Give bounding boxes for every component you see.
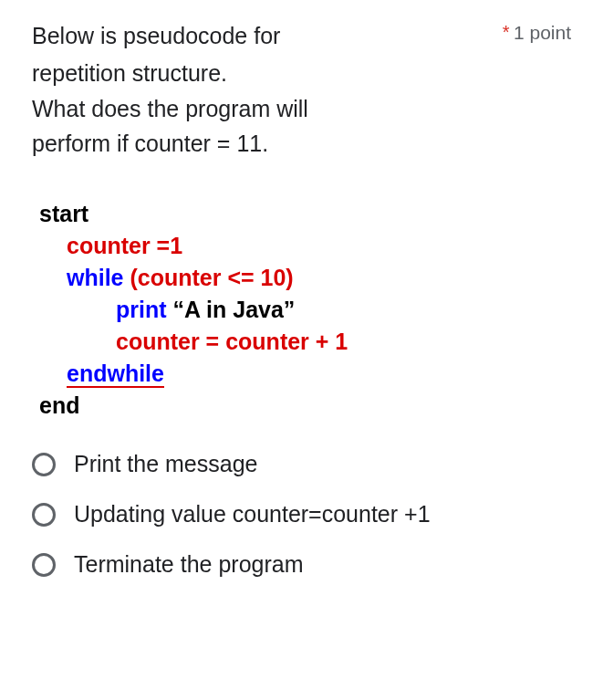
question-line-4: perform if counter = 11.	[32, 126, 571, 162]
option-1[interactable]: Print the message	[32, 451, 571, 477]
code-while-kw: while	[67, 265, 130, 290]
radio-icon[interactable]	[32, 453, 56, 476]
code-print-str: “A in Java”	[173, 297, 296, 322]
option-1-label: Print the message	[74, 451, 258, 477]
pseudocode-block: start counter =1 while (counter <= 10) p…	[39, 198, 571, 422]
option-2-label: Updating value counter=counter +1	[74, 501, 431, 528]
option-3-label: Terminate the program	[74, 551, 304, 578]
question-header: Below is pseudocode for * 1 point	[32, 18, 571, 54]
radio-icon[interactable]	[32, 503, 56, 527]
code-counter-inc: counter = counter + 1	[116, 329, 348, 354]
code-counter-init: counter =1	[67, 233, 182, 258]
option-2[interactable]: Updating value counter=counter +1	[32, 501, 571, 528]
question-line-1: Below is pseudocode for	[32, 18, 280, 54]
question-line-2: repetition structure.	[32, 56, 571, 91]
code-start: start	[39, 201, 88, 226]
code-endwhile: endwhile	[67, 360, 164, 388]
points-wrap: * 1 point	[466, 18, 571, 44]
code-while-cond: (counter <= 10)	[130, 265, 293, 290]
code-end: end	[39, 392, 79, 418]
code-print-kw: print	[116, 297, 173, 322]
option-3[interactable]: Terminate the program	[32, 551, 571, 578]
required-star-icon: *	[503, 22, 510, 42]
options-group: Print the message Updating value counter…	[32, 451, 571, 578]
radio-icon[interactable]	[32, 553, 56, 577]
points-text: 1 point	[514, 22, 571, 43]
question-line-3: What does the program will	[32, 91, 571, 127]
